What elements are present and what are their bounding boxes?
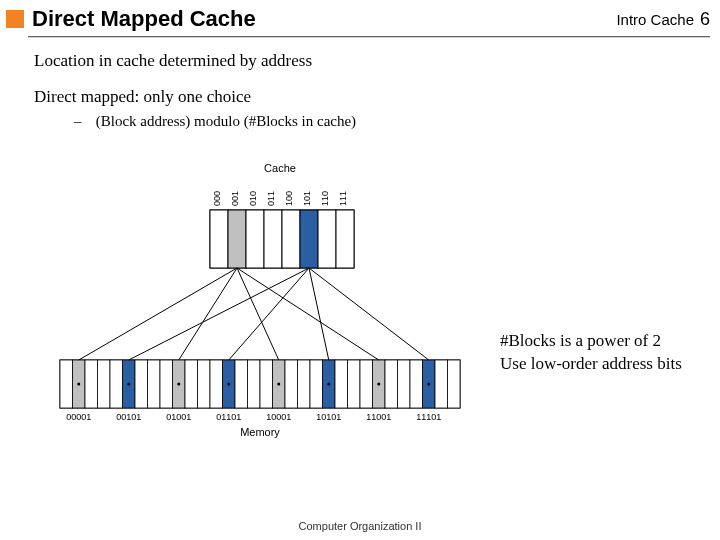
svg-rect-4 — [264, 210, 282, 268]
svg-rect-22 — [110, 360, 123, 408]
svg-point-53 — [227, 383, 230, 386]
footer-text: Computer Organization II — [0, 520, 720, 532]
svg-text:000: 000 — [212, 191, 222, 206]
svg-rect-34 — [260, 360, 273, 408]
svg-rect-48 — [435, 360, 448, 408]
sub-bullet-text: (Block address) modulo (#Blocks in cache… — [96, 113, 356, 129]
text-line-2: Direct mapped: only one choice — [34, 87, 710, 107]
svg-rect-32 — [235, 360, 248, 408]
page-number: 6 — [700, 9, 710, 30]
svg-point-50 — [77, 383, 80, 386]
bullet-square-icon — [6, 10, 24, 28]
svg-text:00101: 00101 — [116, 412, 141, 422]
slide-title: Direct Mapped Cache — [32, 6, 616, 32]
svg-rect-26 — [160, 360, 173, 408]
svg-rect-25 — [148, 360, 161, 408]
svg-point-54 — [277, 383, 280, 386]
memory-bin-labels: 00001 00101 01001 01101 10001 10101 1100… — [66, 412, 441, 422]
svg-line-65 — [309, 268, 429, 360]
svg-text:11101: 11101 — [416, 412, 441, 422]
svg-text:111: 111 — [338, 191, 348, 206]
svg-point-57 — [427, 383, 430, 386]
body-text: Location in cache determined by address … — [0, 37, 720, 130]
svg-rect-7 — [318, 210, 336, 268]
dash-icon: – — [74, 113, 92, 130]
svg-rect-37 — [298, 360, 311, 408]
svg-rect-24 — [135, 360, 148, 408]
svg-rect-30 — [210, 360, 223, 408]
svg-rect-33 — [248, 360, 261, 408]
svg-line-58 — [79, 268, 237, 360]
sub-bullet: – (Block address) modulo (#Blocks in cac… — [34, 113, 710, 130]
svg-rect-40 — [335, 360, 348, 408]
svg-text:110: 110 — [320, 191, 330, 206]
svg-rect-21 — [98, 360, 111, 408]
memory-title: Memory — [240, 426, 280, 438]
svg-text:00001: 00001 — [66, 412, 91, 422]
svg-text:011: 011 — [266, 191, 276, 206]
svg-text:010: 010 — [248, 191, 258, 206]
svg-line-62 — [129, 268, 309, 360]
svg-rect-18 — [60, 360, 73, 408]
svg-rect-3 — [246, 210, 264, 268]
svg-text:100: 100 — [284, 191, 294, 206]
svg-rect-28 — [185, 360, 198, 408]
svg-rect-42 — [360, 360, 373, 408]
side-note: #Blocks is a power of 2 Use low-order ad… — [500, 330, 682, 376]
svg-line-63 — [229, 268, 309, 360]
svg-rect-45 — [398, 360, 411, 408]
text-line-1: Location in cache determined by address — [34, 51, 710, 71]
svg-text:01001: 01001 — [166, 412, 191, 422]
topic-label: Intro Cache — [616, 11, 694, 28]
svg-rect-44 — [385, 360, 398, 408]
side-line-2: Use low-order address bits — [500, 353, 682, 376]
svg-text:001: 001 — [230, 191, 240, 206]
cache-bin-labels: 000 001 010 011 100 101 110 111 — [212, 191, 348, 206]
svg-text:10001: 10001 — [266, 412, 291, 422]
svg-text:11001: 11001 — [366, 412, 391, 422]
svg-rect-20 — [85, 360, 98, 408]
svg-rect-29 — [198, 360, 211, 408]
svg-rect-38 — [310, 360, 323, 408]
svg-rect-46 — [410, 360, 423, 408]
memory-blocks — [60, 360, 460, 408]
svg-rect-1 — [210, 210, 228, 268]
cache-blocks — [210, 210, 354, 268]
side-line-1: #Blocks is a power of 2 — [500, 330, 682, 353]
svg-point-52 — [177, 383, 180, 386]
svg-line-64 — [309, 268, 329, 360]
svg-point-51 — [127, 383, 130, 386]
svg-point-55 — [327, 383, 330, 386]
svg-rect-49 — [448, 360, 461, 408]
svg-rect-41 — [348, 360, 361, 408]
svg-text:101: 101 — [302, 191, 312, 206]
svg-line-59 — [179, 268, 237, 360]
title-row: Direct Mapped Cache Intro Cache 6 — [0, 0, 720, 34]
cache-diagram: Cache 000 001 010 011 100 101 110 111 — [50, 160, 470, 460]
svg-rect-36 — [285, 360, 298, 408]
svg-rect-8 — [336, 210, 354, 268]
svg-text:10101: 10101 — [316, 412, 341, 422]
svg-rect-2 — [228, 210, 246, 268]
svg-rect-6 — [300, 210, 318, 268]
cache-title: Cache — [264, 162, 296, 174]
svg-point-56 — [377, 383, 380, 386]
svg-rect-5 — [282, 210, 300, 268]
svg-text:01101: 01101 — [216, 412, 241, 422]
mapping-lines — [79, 268, 429, 360]
